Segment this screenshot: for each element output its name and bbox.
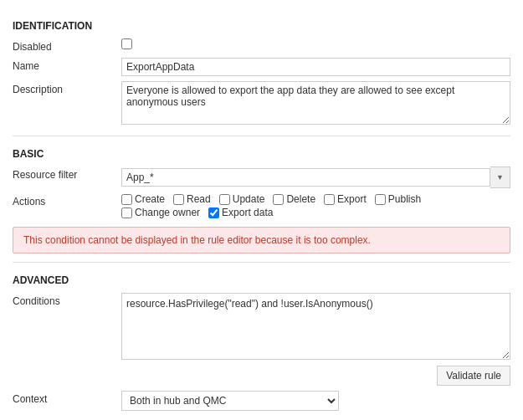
identification-section: IDENTIFICATION Disabled Name Description…	[13, 20, 510, 127]
delete-checkbox[interactable]	[273, 194, 284, 205]
actions-checkboxes-row1: Create Read Update Delete Export	[121, 193, 510, 207]
resource-filter-label: Resource filter	[13, 166, 121, 181]
help-link-area: ? Link to Qlik Sense help about security…	[121, 416, 510, 420]
update-label: Update	[233, 193, 265, 205]
conditions-textarea[interactable]: resource.HasPrivilege("read") and !user.…	[121, 293, 510, 360]
publish-checkbox-item: Publish	[375, 193, 421, 205]
conditions-label: Conditions	[13, 293, 121, 307]
update-checkbox-item: Update	[219, 193, 265, 205]
validate-rule-button[interactable]: Validate rule	[437, 366, 510, 386]
context-row: Context Both in hub and QMC Only in hub …	[13, 391, 510, 411]
publish-checkbox[interactable]	[375, 194, 386, 205]
disabled-control	[121, 38, 510, 52]
help-link-row: ? Link to Qlik Sense help about security…	[13, 416, 510, 420]
read-checkbox[interactable]	[173, 194, 184, 205]
disabled-checkbox[interactable]	[121, 38, 132, 49]
disabled-label: Disabled	[13, 38, 121, 53]
basic-title: BASIC	[13, 148, 510, 160]
error-message: This condition cannot be displayed in th…	[23, 234, 371, 246]
validate-btn-row: Validate rule	[121, 366, 510, 386]
create-label: Create	[135, 193, 165, 205]
actions-label: Actions	[13, 193, 121, 207]
description-textarea[interactable]: Everyone is allowed to export the app da…	[121, 81, 510, 125]
context-control: Both in hub and QMC Only in hub Only in …	[121, 391, 510, 411]
name-input[interactable]	[121, 58, 510, 76]
exportdata-checkbox-item: Export data	[208, 207, 273, 218]
error-banner: This condition cannot be displayed in th…	[13, 227, 510, 254]
actions-checkboxes-row2: Change owner Export data	[121, 207, 510, 220]
context-select[interactable]: Both in hub and QMC Only in hub Only in …	[121, 391, 339, 411]
update-checkbox[interactable]	[219, 194, 230, 205]
name-control	[121, 58, 510, 76]
context-label: Context	[13, 391, 121, 405]
actions-row: Actions Create Read Update Delete	[13, 193, 510, 220]
advanced-section: ADVANCED Conditions resource.HasPrivileg…	[13, 274, 510, 420]
resource-filter-wrap	[121, 166, 510, 188]
delete-label: Delete	[286, 193, 315, 205]
identification-title: IDENTIFICATION	[13, 20, 510, 32]
exportdata-checkbox[interactable]	[208, 207, 219, 218]
resource-filter-dropdown-arrow[interactable]	[490, 166, 510, 188]
name-row: Name	[13, 58, 510, 76]
delete-checkbox-item: Delete	[273, 193, 315, 205]
resource-filter-input[interactable]	[121, 168, 490, 187]
changeowner-checkbox-item: Change owner	[121, 207, 200, 218]
read-label: Read	[187, 193, 211, 205]
actions-control: Create Read Update Delete Export	[121, 193, 510, 220]
description-control: Everyone is allowed to export the app da…	[121, 81, 510, 127]
export-label: Export	[337, 193, 367, 205]
changeowner-checkbox[interactable]	[121, 207, 132, 218]
changeowner-label: Change owner	[135, 207, 200, 218]
export-checkbox[interactable]	[324, 194, 335, 205]
context-select-wrap: Both in hub and QMC Only in hub Only in …	[121, 391, 510, 411]
divider-1	[13, 136, 510, 136]
resource-filter-control	[121, 166, 510, 188]
create-checkbox-item: Create	[121, 193, 165, 205]
read-checkbox-item: Read	[173, 193, 211, 205]
conditions-control: resource.HasPrivilege("read") and !user.…	[121, 293, 510, 386]
resource-filter-row: Resource filter	[13, 166, 510, 188]
publish-label: Publish	[388, 193, 421, 205]
description-row: Description Everyone is allowed to expor…	[13, 81, 510, 127]
help-link-spacer	[13, 416, 121, 418]
description-label: Description	[13, 81, 121, 95]
disabled-row: Disabled	[13, 38, 510, 53]
export-checkbox-item: Export	[324, 193, 367, 205]
name-label: Name	[13, 58, 121, 72]
conditions-row: Conditions resource.HasPrivilege("read")…	[13, 293, 510, 386]
divider-2	[13, 262, 510, 263]
basic-section: BASIC Resource filter Actions Create Rea…	[13, 148, 510, 254]
exportdata-label: Export data	[222, 207, 273, 218]
create-checkbox[interactable]	[121, 194, 132, 205]
advanced-title: ADVANCED	[13, 274, 510, 286]
